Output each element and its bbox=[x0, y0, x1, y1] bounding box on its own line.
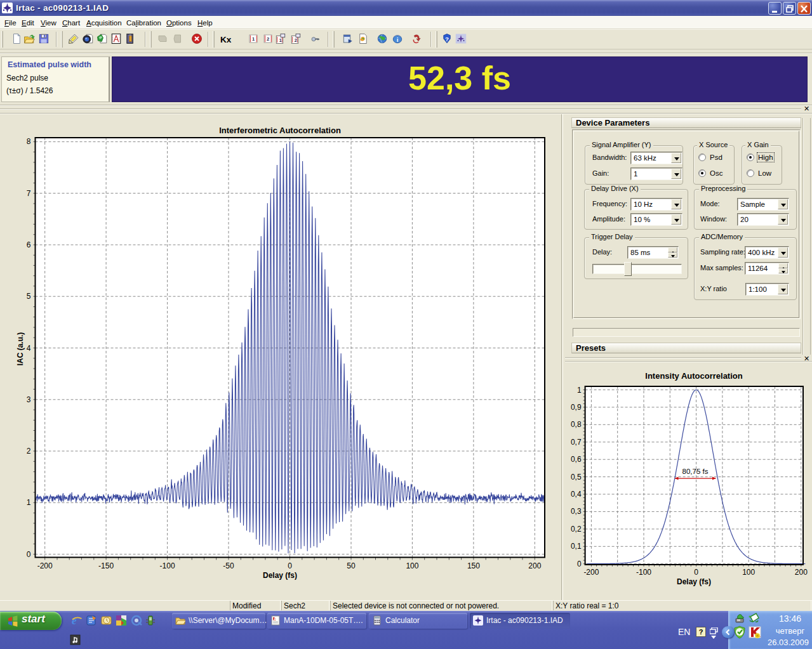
svg-text:0,4: 0,4 bbox=[571, 490, 582, 499]
svg-text:50: 50 bbox=[347, 561, 356, 570]
svg-text:i: i bbox=[397, 36, 399, 43]
svg-text:?: ? bbox=[445, 36, 449, 43]
svg-text:2: 2 bbox=[295, 38, 297, 43]
svg-text:0: 0 bbox=[288, 561, 292, 570]
svg-text:0,6: 0,6 bbox=[571, 455, 582, 464]
svg-text:3: 3 bbox=[27, 395, 31, 404]
svg-text:0,7: 0,7 bbox=[571, 438, 582, 447]
svg-text:0,5: 0,5 bbox=[571, 473, 582, 482]
svg-text:-200: -200 bbox=[583, 568, 599, 577]
svg-text:A: A bbox=[274, 617, 277, 621]
svg-text:Delay (fs): Delay (fs) bbox=[263, 571, 297, 580]
svg-text:0: 0 bbox=[577, 560, 582, 568]
svg-text:-100: -100 bbox=[636, 568, 651, 577]
svg-text:150: 150 bbox=[467, 561, 480, 570]
svg-text:Intensity Autocorrelation: Intensity Autocorrelation bbox=[645, 371, 742, 381]
svg-text:0: 0 bbox=[694, 568, 698, 577]
svg-text:0: 0 bbox=[27, 550, 31, 559]
svg-text:0,2: 0,2 bbox=[571, 525, 582, 534]
svg-text:0,9: 0,9 bbox=[571, 403, 582, 412]
svg-text:1: 1 bbox=[252, 36, 255, 42]
svg-text:80,75 fs: 80,75 fs bbox=[682, 468, 709, 475]
svg-text:5: 5 bbox=[27, 292, 31, 301]
svg-text:-50: -50 bbox=[223, 561, 234, 570]
svg-text:100: 100 bbox=[406, 561, 418, 570]
svg-text:-150: -150 bbox=[98, 561, 114, 570]
svg-text:1: 1 bbox=[279, 38, 282, 43]
svg-text:0,8: 0,8 bbox=[571, 420, 582, 429]
svg-text:2: 2 bbox=[267, 36, 269, 42]
svg-text:4: 4 bbox=[27, 344, 31, 353]
svg-text:-100: -100 bbox=[160, 561, 175, 570]
svg-text:-200: -200 bbox=[37, 561, 53, 570]
svg-text:1: 1 bbox=[577, 386, 582, 395]
svg-text:IAC (a.u.): IAC (a.u.) bbox=[16, 332, 25, 366]
svg-text:6: 6 bbox=[27, 240, 31, 249]
svg-text:200: 200 bbox=[795, 568, 808, 577]
svg-text:0,1: 0,1 bbox=[571, 542, 582, 551]
svg-text:100: 100 bbox=[742, 568, 755, 577]
svg-text:e: e bbox=[72, 615, 77, 626]
svg-text:8: 8 bbox=[27, 137, 31, 146]
svg-text:0,3: 0,3 bbox=[571, 507, 582, 516]
svg-text:200: 200 bbox=[528, 561, 541, 570]
svg-text:2: 2 bbox=[27, 447, 31, 456]
svg-text:Interferometric Autocorrelatio: Interferometric Autocorrelation bbox=[219, 126, 341, 135]
svg-text:?: ? bbox=[699, 628, 703, 636]
svg-text:7: 7 bbox=[27, 189, 31, 198]
svg-text:1: 1 bbox=[27, 498, 31, 507]
svg-text:Delay (fs): Delay (fs) bbox=[677, 577, 711, 586]
